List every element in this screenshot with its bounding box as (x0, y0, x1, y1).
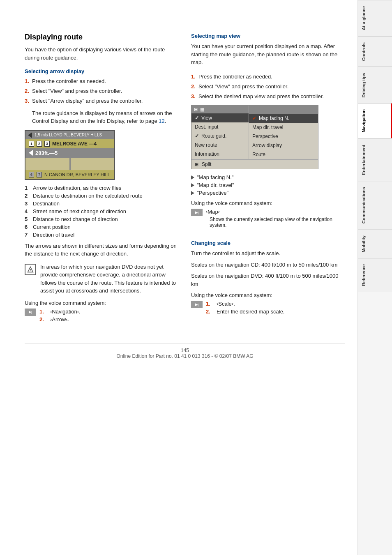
item-4: 4Street name of next change of direction (25, 208, 179, 214)
nav-items-list: 1Arrow to destination, as the crow flies… (25, 185, 179, 238)
left-column: Displaying route You have the option of … (25, 33, 179, 327)
dvd-note-text: In areas for which your navigation DVD d… (40, 263, 179, 295)
map-menu-split: ⊞ Split (191, 159, 318, 169)
label-2: 2 (37, 141, 42, 147)
voice-command-label-right: Using the voice command system: (191, 200, 345, 206)
right-column: Selecting map view You can have your cur… (191, 33, 345, 327)
voice-content-left: 1. ›Navigation‹. 2. ›Arrow‹. (39, 309, 179, 324)
map-menu: ⊟ ▦ View Dest. input Route guid. New rou… (191, 105, 318, 169)
label-1: 1 (29, 141, 34, 147)
item-3: 3Destination (25, 200, 179, 207)
label-6: 6 (29, 172, 34, 177)
step-num-3: 3. (25, 97, 32, 105)
sidebar: At a glance Controls Driving tips Naviga… (357, 0, 392, 555)
scale-voice-step-1: 1. ›Scale‹. (206, 301, 345, 307)
map-menu-right: Map facing N. Map dir. travel Perspectiv… (249, 106, 318, 159)
step-1: 1. Press the controller as needed. (25, 78, 179, 85)
voice-content-map: ›Map‹ Shows the currently selected map v… (206, 209, 345, 228)
map-menu-header-row: ⊟ ▦ View Dest. input Route guid. New rou… (191, 106, 318, 159)
voice-icon-scale: ▶| (191, 301, 203, 308)
step-num-2: 2. (25, 88, 32, 95)
voice-block-map: ▶| ›Map‹ Shows the currently selected ma… (191, 209, 345, 228)
map-step-1: 1. Press the controller as needed. (191, 73, 345, 81)
split-icon: ⊞ (195, 162, 198, 167)
option-perspective: "Perspective" (191, 190, 345, 196)
nav-street-row: 1 2 3 MELROSE AVE —4 (25, 139, 114, 148)
map-view-steps: 1. Press the controller as needed. 2. Se… (191, 73, 345, 101)
voice-steps-scale: 1. ›Scale‹. 2. Enter the desired map sca… (206, 301, 345, 315)
note-icon (25, 264, 36, 275)
sidebar-tab-reference[interactable]: Reference (358, 258, 392, 292)
item-7: 7Direction of travel (25, 232, 179, 238)
option-map-facing: "Map facing N." (191, 174, 345, 180)
nav-divider-line (69, 158, 71, 170)
sidebar-tab-mobility[interactable]: Mobility (358, 229, 392, 258)
menu-item-dest-input: Dest. input (191, 122, 249, 131)
voice-icon-map: ▶| (191, 209, 203, 216)
left-intro: You have the option of displaying variou… (25, 46, 179, 62)
sidebar-tab-controls[interactable]: Controls (358, 36, 392, 67)
changing-scale-title: Changing scale (191, 240, 345, 246)
menu-item-route: Route (249, 150, 318, 159)
voice-command-label-left: Using the voice command system: (25, 300, 179, 306)
nav-dist-text: 283ft.—5 (35, 150, 58, 156)
menu-item-arrow-display: Arrow display (249, 141, 318, 150)
step-num-1: 1. (25, 78, 32, 85)
item-2: 2Distance to destination on the calculat… (25, 193, 179, 199)
scale-intro: Turn the controller to adjust the scale. (191, 249, 345, 258)
scale-voice-step-2: 2. Enter the desired map scale. (206, 309, 345, 315)
step-text-2: Select "View" and press the controller. (32, 88, 122, 95)
sidebar-tab-navigation[interactable]: Navigation (358, 103, 392, 138)
section-divider (191, 234, 345, 234)
option-map-dir: "Map dir. travel" (191, 182, 345, 188)
page-title: Displaying route (25, 33, 179, 41)
main-content: Displaying route You have the option of … (0, 0, 357, 555)
split-label: Split (202, 161, 211, 167)
map-menu-left: ⊟ ▦ View Dest. input Route guid. New rou… (191, 106, 249, 159)
footer-text: Online Edition for Part no. 01 41 0 013 … (116, 353, 253, 359)
voice-step-1: 1. ›Navigation‹. (39, 309, 179, 315)
menu-item-map-facing-n: Map facing N. (249, 114, 318, 123)
nav-display: 1,5 mls LLOYD PL, BEVERLY HILLS 1 2 3 ME… (25, 130, 115, 180)
page-number: 145 (181, 348, 189, 353)
voice-icon-left: ▶| (25, 309, 36, 316)
menu-item-route-guid: Route guid. (191, 131, 249, 140)
map-menu-icons-row: ⊟ ▦ (191, 106, 249, 113)
sidebar-tab-entertainment[interactable]: Entertainment (358, 138, 392, 181)
triangle-icon (27, 266, 34, 273)
sidebar-tab-driving-tips[interactable]: Driving tips (358, 67, 392, 104)
dvd-note-box: In areas for which your navigation DVD d… (25, 263, 179, 295)
label-7: 7 (37, 172, 42, 177)
map-view-intro: You can have your current position displ… (191, 42, 345, 67)
cd-scale: Scales on the navigation CD: 400 ft/100 … (191, 261, 345, 269)
menu-item-new-route: New route (191, 140, 249, 150)
voice-command-label-scale: Using the voice command system: (191, 292, 345, 298)
two-column-layout: Displaying route You have the option of … (25, 33, 345, 327)
map-step-2: 2. Select "View" and press the controlle… (191, 83, 345, 90)
sidebar-tab-at-a-glance[interactable]: At a glance (358, 0, 392, 36)
explanation-text: The route guidance is displayed by means… (25, 109, 179, 125)
step-3: 3. Select "Arrow display" and press the … (25, 97, 179, 105)
label-3: 3 (44, 141, 50, 147)
nav-bottom-text: N CANON DR, BEVERLEY HILL (44, 172, 110, 177)
map-menu-icon-1: ⊟ (194, 107, 198, 112)
selecting-map-view-title: Selecting map view (191, 33, 345, 39)
arrow-left-icon (28, 132, 32, 138)
voice-steps-left: 1. ›Navigation‹. 2. ›Arrow‹. (39, 309, 179, 322)
menu-item-map-dir-travel: Map dir. travel (249, 123, 318, 132)
nav-dist-row: 283ft.—5 (25, 148, 114, 158)
page-footer: 145 Online Edition for Part no. 01 41 0 … (25, 343, 345, 359)
map-step-3: 3. Select the desired map view and press… (191, 93, 345, 100)
menu-item-information: Information (191, 150, 249, 159)
sidebar-tab-communications[interactable]: Communications (358, 181, 392, 229)
page-link[interactable]: 12 (159, 118, 164, 124)
tri-bullet-3 (191, 191, 194, 195)
voice-map-command: ›Map‹ (206, 209, 345, 215)
dvd-scale: Scales on the navigation DVD: 400 ft/100… (191, 272, 345, 288)
menu-item-view: View (191, 113, 249, 122)
step-text-3: Select "Arrow display" and press the con… (32, 97, 143, 105)
voice-step-2: 2. ›Arrow‹. (39, 316, 179, 322)
arrow-display-title: Selecting arrow display (25, 68, 179, 74)
step-2: 2. Select "View" and press the controlle… (25, 88, 179, 95)
nav-street-text: MELROSE AVE —4 (52, 141, 97, 147)
